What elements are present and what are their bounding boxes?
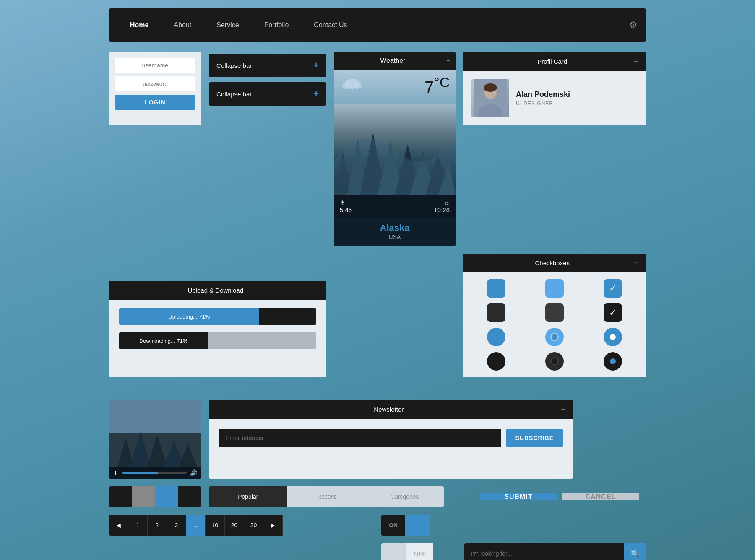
weather-sunset: 19:28: [434, 206, 450, 213]
collapse-bar-2-label: Collapse bar: [216, 91, 252, 98]
page-next[interactable]: ▶: [263, 515, 283, 536]
checkbox-blue-1[interactable]: [487, 279, 505, 298]
volume-icon[interactable]: 🔊: [190, 469, 197, 476]
collapse-bar-2-icon: +: [313, 88, 319, 99]
video-progress-bar[interactable]: [122, 472, 187, 474]
weather-header: Weather −: [334, 52, 456, 70]
toggle-off-widget[interactable]: OFF: [381, 543, 457, 560]
download-bg: [208, 332, 317, 349]
checkboxes-header: Checkboxes −: [463, 254, 646, 272]
toggle-off-label: OFF: [406, 543, 433, 560]
nav-item-service[interactable]: Service: [204, 8, 251, 42]
page-dots[interactable]: ...: [186, 515, 206, 536]
login-button[interactable]: LOGIN: [115, 95, 195, 110]
tab-categories[interactable]: Categories: [365, 486, 444, 507]
weather-sunrise: 5:45: [340, 206, 352, 213]
login-card: LOGIN: [109, 52, 201, 125]
newsletter-body: SUBSCRIBE: [209, 419, 573, 457]
weather-card: Weather −: [334, 52, 456, 246]
upload-progress-bar: Uploading... 71%: [119, 308, 316, 325]
toggle-on-thumb: [405, 515, 430, 536]
download-label: Downloading... 71%: [139, 338, 188, 344]
search-input[interactable]: [464, 543, 624, 560]
tab-popular[interactable]: Popular: [209, 486, 287, 507]
newsletter-minimize[interactable]: −: [561, 405, 565, 414]
collapse-bars: Collapse bar + Collapse bar +: [209, 52, 326, 125]
cancel-button[interactable]: CANCEL: [562, 493, 639, 500]
email-input[interactable]: [219, 429, 501, 447]
newsletter-header: Newsletter −: [209, 400, 573, 419]
collapse-bar-1[interactable]: Collapse bar +: [209, 54, 326, 77]
gear-icon[interactable]: ⚙: [629, 20, 638, 31]
collapse-bar-2[interactable]: Collapse bar +: [209, 82, 326, 106]
svg-rect-25: [109, 400, 201, 433]
checkboxes-card: Checkboxes − ✓ ✓: [463, 254, 646, 377]
checkboxes-body: ✓ ✓: [463, 272, 646, 377]
weather-time-sunrise-icon: ☀: [340, 199, 352, 206]
swatch-4[interactable]: [178, 486, 201, 507]
subscribe-button[interactable]: SUBSCRIBE: [506, 429, 563, 447]
collapse-bar-1-icon: +: [313, 60, 319, 71]
svg-point-1: [342, 82, 352, 89]
weather-title: Weather: [339, 57, 447, 65]
toggle-off-thumb: [381, 543, 406, 560]
profile-card: Profil Card −: [463, 52, 646, 125]
swatch-1[interactable]: [109, 486, 132, 507]
checkbox-dark-checked[interactable]: ✓: [604, 303, 622, 322]
page-3[interactable]: 3: [167, 515, 186, 536]
page-prev[interactable]: ◀: [109, 515, 128, 536]
video-controls: ⏸ 🔊: [109, 467, 201, 479]
action-buttons: SUBMIT CANCEL: [480, 493, 639, 500]
profile-info: Alan Podemski UI DESIGNER: [516, 90, 570, 106]
page-30[interactable]: 30: [244, 515, 263, 536]
search-button[interactable]: 🔍: [624, 543, 646, 560]
checkbox-blue-2[interactable]: [545, 279, 564, 298]
search-widget: 🔍: [464, 543, 646, 560]
weather-background: 7°C: [334, 70, 456, 195]
nav-item-about[interactable]: About: [161, 8, 204, 42]
upload-title: Upload & Download: [117, 287, 314, 294]
page-2[interactable]: 2: [148, 515, 167, 536]
nav-item-home[interactable]: Home: [117, 8, 161, 42]
profile-name: Alan Podemski: [516, 90, 570, 99]
video-thumbnail: [109, 400, 201, 467]
username-input[interactable]: [115, 58, 195, 73]
newsletter-title: Newsletter: [216, 406, 561, 413]
swatch-3[interactable]: [155, 486, 178, 507]
svg-point-2: [353, 82, 362, 89]
radio-dark-1[interactable]: [487, 352, 505, 371]
profile-body: Alan Podemski UI DESIGNER: [463, 71, 646, 125]
page-20[interactable]: 20: [225, 515, 244, 536]
radio-blue-1[interactable]: [487, 328, 505, 346]
password-input[interactable]: [115, 76, 195, 91]
upload-minimize[interactable]: −: [314, 286, 319, 295]
nav-item-portfolio[interactable]: Portfolio: [252, 8, 302, 42]
weather-time-sunset-icon: ☼: [434, 199, 450, 206]
submit-button[interactable]: SUBMIT: [480, 493, 557, 500]
weather-minimize[interactable]: −: [447, 57, 450, 65]
nav-items: Home About Service Portfolio Contact Us: [117, 8, 629, 42]
page-10[interactable]: 10: [206, 515, 225, 536]
checkbox-dark-1[interactable]: [487, 303, 505, 322]
radio-blue-2[interactable]: [545, 328, 564, 346]
weather-icon: [340, 75, 365, 99]
tab-recent[interactable]: Recent: [287, 486, 366, 507]
navbar: Home About Service Portfolio Contact Us …: [109, 8, 646, 42]
checkbox-dark-2[interactable]: [545, 303, 564, 322]
page-1[interactable]: 1: [128, 515, 148, 536]
download-progress-row: Downloading... 71%: [119, 332, 316, 349]
checkbox-blue-checked[interactable]: ✓: [604, 279, 622, 298]
checkboxes-minimize[interactable]: −: [634, 259, 638, 267]
video-progress-fill: [122, 472, 158, 474]
upload-fill: Uploading... 71%: [119, 308, 259, 325]
toggle-on-label: ON: [381, 515, 405, 536]
svg-point-17: [484, 83, 497, 92]
toggle-on-widget[interactable]: ON: [381, 515, 457, 536]
swatch-2[interactable]: [132, 486, 155, 507]
radio-dark-dot[interactable]: [604, 352, 622, 371]
radio-blue-dot[interactable]: [604, 328, 622, 346]
radio-dark-2[interactable]: [545, 352, 564, 371]
pause-button[interactable]: ⏸: [113, 469, 119, 476]
profile-minimize[interactable]: −: [634, 57, 638, 66]
nav-item-contact[interactable]: Contact Us: [301, 8, 359, 42]
